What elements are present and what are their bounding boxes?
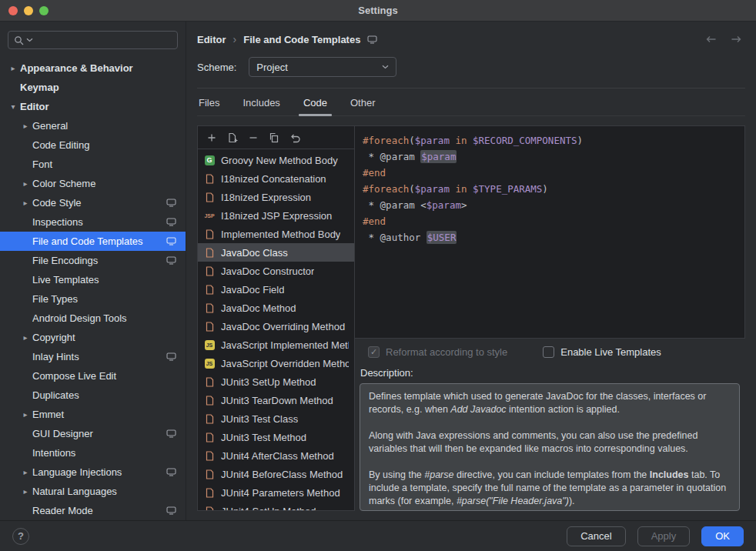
close-window-button[interactable] (8, 6, 18, 15)
template-list-pane: GGroovy New Method BodyI18nized Concaten… (197, 125, 355, 511)
tab-files[interactable]: Files (197, 90, 221, 115)
sidebar-item-editor[interactable]: ▾Editor (0, 97, 186, 116)
description-paragraph: Along with Java expressions and comments… (369, 429, 731, 456)
template-item-javascript-implemented-method-body[interactable]: JSJavaScript Implemented Method Body (198, 336, 354, 354)
template-description[interactable]: Defines template which used to generate … (360, 383, 740, 511)
sidebar-item-emmet[interactable]: ▸Emmet (0, 405, 186, 424)
sidebar-item-color-scheme[interactable]: ▸Color Scheme (0, 174, 186, 193)
sidebar-item-label: File Types (32, 293, 176, 305)
tab-code[interactable]: Code (302, 90, 329, 115)
javascript-file-icon: JS (203, 359, 216, 369)
template-item-i18nized-expression[interactable]: I18nized Expression (198, 188, 354, 206)
sidebar-item-live-templates[interactable]: Live Templates (0, 270, 186, 289)
checkbox-enable-live-templates[interactable]: Enable Live Templates (543, 346, 661, 358)
breadcrumb-current: File and Code Templates (243, 34, 360, 45)
sidebar-item-language-injections[interactable]: ▸Language Injections (0, 463, 186, 482)
chevron-right-icon[interactable]: ▸ (18, 333, 32, 342)
chevron-down-icon[interactable]: ▾ (6, 102, 20, 111)
sidebar-item-inspections[interactable]: Inspections (0, 212, 186, 232)
ok-button[interactable]: OK (701, 526, 744, 546)
create-child-template-button[interactable] (226, 131, 239, 145)
minimize-window-button[interactable] (24, 6, 33, 15)
template-item-groovy-new-method-body[interactable]: GGroovy New Method Body (198, 151, 354, 169)
template-file-icon (203, 174, 216, 184)
template-item-junit4-setup-method[interactable]: JUnit4 SetUp Method (198, 502, 354, 510)
code-line: * @author $USER (363, 229, 737, 245)
template-item-label: JUnit3 Test Method (221, 432, 306, 443)
breadcrumb-editor[interactable]: Editor (197, 34, 226, 45)
chevron-right-icon[interactable]: ▸ (18, 199, 32, 207)
sidebar-item-gui-designer[interactable]: GUI Designer (0, 424, 186, 443)
sidebar-item-file-types[interactable]: File Types (0, 289, 186, 309)
apply-button[interactable]: Apply (637, 526, 691, 546)
search-history-chevron-icon[interactable] (26, 38, 33, 42)
chevron-right-icon[interactable]: ▸ (18, 122, 32, 130)
description-paragraph: By using the #parse directive, you can i… (369, 469, 731, 508)
sidebar-item-file-and-code-templates[interactable]: File and Code Templates (0, 232, 186, 251)
fullscreen-window-button[interactable] (39, 6, 49, 15)
jsp-file-icon: JSP (203, 213, 216, 219)
back-button[interactable] (705, 35, 717, 44)
template-item-junit4-parameters-method[interactable]: JUnit4 Parameters Method (198, 483, 354, 502)
template-item-javadoc-overriding-method[interactable]: JavaDoc Overriding Method (198, 317, 354, 336)
monitor-icon (166, 199, 176, 207)
template-file-icon (203, 303, 216, 313)
template-editor[interactable]: #foreach($param in $RECORD_COMPONENTS) *… (355, 125, 745, 339)
template-item-i18nized-concatenation[interactable]: I18nized Concatenation (198, 169, 354, 188)
template-item-javadoc-field[interactable]: JavaDoc Field (198, 280, 354, 299)
settings-search-field[interactable] (8, 31, 178, 49)
sidebar-item-intentions[interactable]: Intentions (0, 443, 186, 463)
sidebar-item-code-editing[interactable]: Code Editing (0, 135, 186, 155)
template-item-implemented-method-body[interactable]: Implemented Method Body (198, 225, 354, 243)
sidebar-item-file-encodings[interactable]: File Encodings (0, 251, 186, 270)
template-item-junit4-beforeclass-method[interactable]: JUnit4 BeforeClass Method (198, 465, 354, 483)
copy-template-button[interactable] (267, 131, 281, 145)
checkbox-reformat-according-to-style[interactable]: ✓Reformat according to style (368, 346, 507, 358)
template-item-junit3-teardown-method[interactable]: JUnit3 TearDown Method (198, 391, 354, 409)
template-item-i18nized-jsp-expression[interactable]: JSPI18nized JSP Expression (198, 206, 354, 225)
chevron-right-icon[interactable]: ▸ (18, 468, 32, 476)
window-controls (8, 0, 49, 21)
template-item-javadoc-class[interactable]: JavaDoc Class (198, 243, 354, 262)
template-item-junit4-afterclass-method[interactable]: JUnit4 AfterClass Method (198, 446, 354, 465)
sidebar-item-inlay-hints[interactable]: Inlay Hints (0, 347, 186, 366)
template-item-junit3-setup-method[interactable]: JUnit3 SetUp Method (198, 372, 354, 391)
search-input[interactable] (35, 35, 172, 46)
tab-includes[interactable]: Includes (241, 90, 281, 115)
sidebar-item-duplicates[interactable]: Duplicates (0, 386, 186, 405)
scheme-select[interactable]: Project (249, 57, 396, 77)
template-item-junit3-test-class[interactable]: JUnit3 Test Class (198, 409, 354, 428)
template-item-javadoc-method[interactable]: JavaDoc Method (198, 299, 354, 317)
forward-button[interactable] (731, 35, 742, 44)
template-item-junit3-test-method[interactable]: JUnit3 Test Method (198, 428, 354, 446)
settings-window: Settings ▸Appearance & BehaviorKeymap▾Ed… (0, 0, 756, 551)
template-options: ✓Reformat according to styleEnable Live … (355, 339, 745, 364)
code-line: #end (363, 165, 737, 181)
sidebar-item-natural-languages[interactable]: ▸Natural Languages (0, 482, 186, 501)
chevron-right-icon[interactable]: ▸ (18, 487, 32, 496)
template-item-javascript-overridden-method-body[interactable]: JSJavaScript Overridden Method Body (198, 354, 354, 372)
template-item-label: I18nized JSP Expression (221, 210, 332, 222)
help-button[interactable]: ? (12, 528, 29, 545)
add-template-button[interactable] (205, 131, 219, 145)
remove-template-button[interactable] (246, 131, 260, 145)
template-item-label: JavaScript Implemented Method Body (221, 339, 349, 351)
tab-other[interactable]: Other (349, 90, 377, 115)
chevron-right-icon[interactable]: ▸ (18, 179, 32, 188)
sidebar-item-label: Natural Languages (32, 486, 176, 497)
sidebar-item-compose-live-edit[interactable]: Compose Live Edit (0, 366, 186, 386)
chevron-right-icon[interactable]: ▸ (18, 410, 32, 419)
sidebar-item-keymap[interactable]: Keymap (0, 78, 186, 97)
unchecked-checkbox-icon (543, 346, 554, 358)
sidebar-item-android-design-tools[interactable]: Android Design Tools (0, 309, 186, 328)
template-item-javadoc-constructor[interactable]: JavaDoc Constructor (198, 262, 354, 280)
sidebar-item-appearance-behavior[interactable]: ▸Appearance & Behavior (0, 58, 186, 78)
sidebar-item-reader-mode[interactable]: Reader Mode (0, 501, 186, 520)
sidebar-item-general[interactable]: ▸General (0, 116, 186, 135)
sidebar-item-copyright[interactable]: ▸Copyright (0, 328, 186, 347)
cancel-button[interactable]: Cancel (567, 526, 625, 546)
sidebar-item-font[interactable]: Font (0, 155, 186, 174)
chevron-right-icon[interactable]: ▸ (6, 64, 20, 72)
reset-template-button[interactable] (288, 131, 302, 145)
sidebar-item-code-style[interactable]: ▸Code Style (0, 193, 186, 212)
